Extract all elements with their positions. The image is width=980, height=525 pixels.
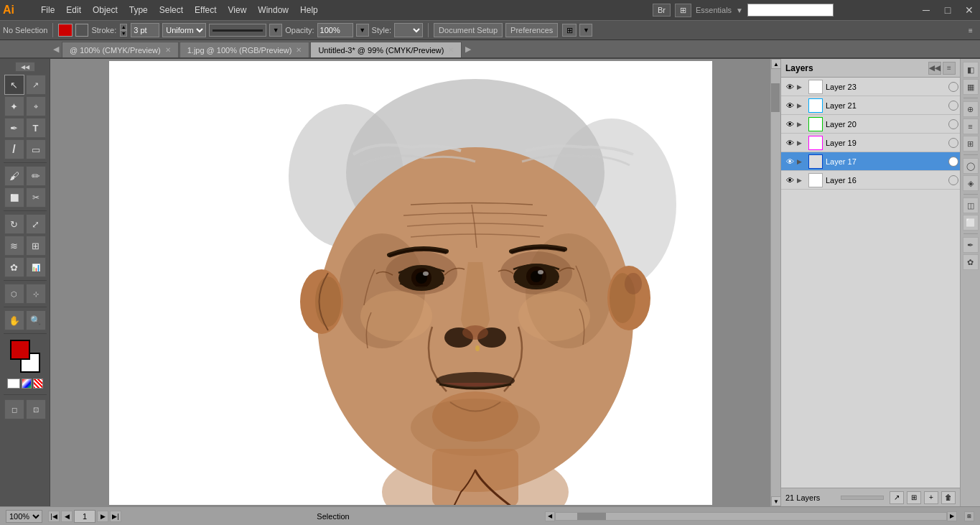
menu-view[interactable]: View (223, 2, 253, 18)
layer-row-21[interactable]: 👁 ▶ Layer 21 (781, 96, 960, 115)
symbol-tool[interactable]: ✿ (4, 257, 24, 277)
symbols-icon[interactable]: ✿ (963, 254, 979, 270)
draw-mode-normal[interactable]: ◻ (4, 399, 24, 419)
layers-new-layer-btn[interactable]: + (924, 491, 938, 504)
tab-cmyk-preview[interactable]: @ 100% (CMYK/Preview) ✕ (62, 42, 179, 57)
tab-left-arrow[interactable]: ◀ (50, 45, 62, 54)
layer-eye-16[interactable]: 👁 (783, 176, 797, 185)
layers-slider[interactable] (841, 496, 884, 500)
layer-arrow-16[interactable]: ▶ (797, 177, 807, 184)
eraser-tool[interactable]: ⬜ (4, 187, 24, 208)
menu-type[interactable]: Type (123, 2, 154, 18)
layer-row-17[interactable]: 👁 ▶ Layer 17 (781, 152, 960, 171)
style-select[interactable] (394, 23, 423, 37)
last-page-btn[interactable]: ▶| (110, 511, 121, 522)
layer-arrow-23[interactable]: ▶ (797, 83, 807, 90)
stroke-type-select[interactable]: Uniform (162, 23, 206, 37)
gradient-panel-icon[interactable]: ◈ (963, 175, 979, 191)
menu-edit[interactable]: Edit (60, 2, 87, 18)
rotate-tool[interactable]: ↻ (4, 214, 24, 234)
resize-handle[interactable]: ⊞ (964, 511, 974, 521)
direct-selection-tool[interactable]: ↗ (26, 75, 46, 95)
layer-eye-23[interactable]: 👁 (783, 83, 797, 91)
rectangle-tool[interactable]: ▭ (26, 139, 46, 159)
lasso-tool[interactable]: ⌖ (26, 96, 46, 116)
layer-arrow-17[interactable]: ▶ (797, 158, 807, 165)
panel-collapse-left-arrow[interactable]: ◀◀ (15, 62, 35, 72)
scroll-down-arrow[interactable]: ▼ (771, 496, 781, 506)
layer-eye-21[interactable]: 👁 (783, 101, 797, 110)
gradient-icon[interactable] (22, 378, 32, 389)
layer-row-16[interactable]: 👁 ▶ Layer 16 (781, 171, 960, 190)
layers-panel-expand-btn[interactable]: ◀◀ (928, 62, 941, 75)
scroll-left-arrow[interactable]: ◀ (545, 511, 555, 521)
slice-tool[interactable]: ⊹ (26, 284, 46, 304)
tab-jpg[interactable]: 1.jpg @ 100% (RGB/Preview) ✕ (179, 42, 310, 57)
stroke-options-arrow[interactable]: ▼ (269, 24, 282, 37)
menu-help[interactable]: Help (294, 2, 324, 18)
artboard-tool[interactable]: ⬡ (4, 284, 24, 304)
first-page-btn[interactable]: |◀ (48, 511, 60, 522)
document-setup-button[interactable]: Document Setup (434, 23, 503, 37)
bridge-button[interactable]: Br (653, 4, 671, 17)
pencil-tool[interactable]: ✏ (26, 166, 46, 186)
layers-sub-layer-btn[interactable]: ⊞ (907, 491, 921, 504)
close-button[interactable]: ✕ (958, 0, 980, 20)
page-number-input[interactable] (74, 510, 95, 523)
draw-mode-behind[interactable]: ⊡ (26, 399, 46, 419)
scale-tool[interactable]: ⤢ (26, 214, 46, 234)
free-transform-tool[interactable]: ⊞ (26, 236, 46, 256)
type-tool[interactable]: T (26, 118, 46, 138)
tab-close-0[interactable]: ✕ (165, 46, 171, 54)
default-colors-icon[interactable] (7, 378, 20, 389)
layers-delete-btn[interactable]: 🗑 (941, 491, 956, 504)
brushes-icon[interactable]: ✒ (963, 237, 979, 253)
layer-row-20[interactable]: 👁 ▶ Layer 20 (781, 115, 960, 134)
tab-right-arrow[interactable]: ▶ (462, 45, 474, 54)
menu-object[interactable]: Object (87, 2, 123, 18)
scissors-tool[interactable]: ✂ (26, 187, 46, 208)
pathfinder-icon[interactable]: ⊞ (963, 136, 979, 152)
search-input[interactable] (747, 4, 834, 17)
hand-tool[interactable]: ✋ (4, 310, 24, 330)
layers-panel-menu-btn[interactable]: ≡ (943, 62, 956, 75)
essentials-dropdown-icon[interactable]: ▼ (736, 6, 743, 14)
stroke-value-input[interactable] (131, 23, 159, 37)
fill-swatch[interactable] (10, 340, 30, 360)
menu-select[interactable]: Select (154, 2, 189, 18)
prev-page-btn[interactable]: ◀ (61, 511, 73, 522)
transform-icon[interactable]: ⊕ (963, 101, 979, 117)
layer-arrow-20[interactable]: ▶ (797, 121, 807, 128)
scroll-thumb-h[interactable] (577, 513, 606, 520)
opacity-input[interactable] (317, 23, 353, 37)
scroll-track[interactable] (771, 69, 780, 496)
opacity-dropdown-arrow[interactable]: ▼ (356, 24, 369, 37)
scroll-track-h[interactable] (555, 512, 947, 521)
stroke-color-swatch[interactable] (58, 24, 73, 37)
stroke-down-arrow[interactable]: ▼ (120, 30, 127, 37)
appearance-icon[interactable]: ◫ (963, 198, 979, 213)
warp-tool[interactable]: ≋ (4, 236, 24, 256)
stroke-panel-icon[interactable]: ◯ (963, 158, 979, 174)
layer-eye-19[interactable]: 👁 (783, 139, 797, 147)
layer-arrow-19[interactable]: ▶ (797, 139, 807, 147)
pen-tool[interactable]: ✒ (4, 118, 24, 138)
menu-file[interactable]: File (35, 2, 60, 18)
next-page-btn[interactable]: ▶ (97, 511, 108, 522)
more-options-icon[interactable]: ≡ (964, 24, 977, 37)
scroll-thumb[interactable] (771, 83, 780, 112)
layer-eye-17[interactable]: 👁 (783, 157, 797, 166)
fill-color-swatch[interactable] (75, 24, 88, 37)
layer-arrow-21[interactable]: ▶ (797, 102, 807, 109)
scroll-up-arrow[interactable]: ▲ (771, 59, 781, 69)
workspace-icon[interactable]: ⊞ (562, 24, 577, 37)
align-icon[interactable]: ≡ (963, 119, 979, 134)
maximize-button[interactable]: □ (937, 0, 958, 20)
swatches-icon[interactable]: ▦ (963, 79, 979, 95)
line-tool[interactable]: / (4, 139, 24, 159)
layers-icon[interactable]: ◧ (963, 62, 979, 78)
scroll-right-arrow[interactable]: ▶ (947, 511, 957, 521)
layer-row-19[interactable]: 👁 ▶ Layer 19 (781, 134, 960, 152)
stroke-up-arrow[interactable]: ▲ (120, 24, 127, 30)
tab-close-2[interactable]: ✕ (448, 46, 454, 54)
